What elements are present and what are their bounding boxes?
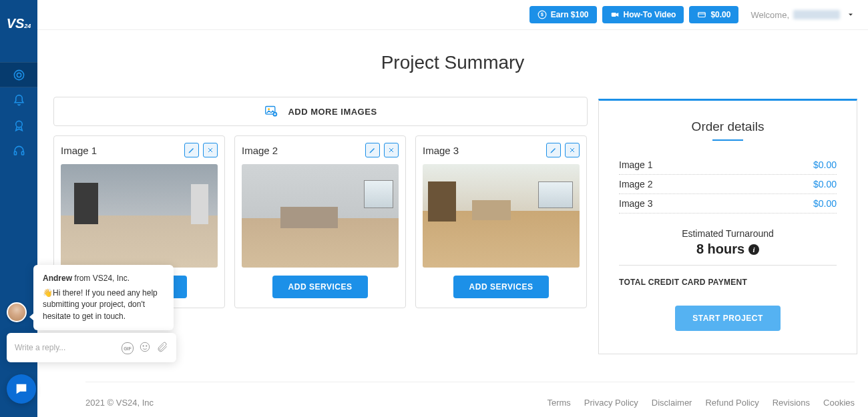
chat-agent-avatar: [7, 302, 27, 322]
nav-badge-icon[interactable]: [0, 113, 37, 138]
edit-button[interactable]: [184, 143, 199, 157]
order-row-label: Image 1: [619, 159, 653, 170]
turnaround: Estimated Turnaround 8 hours i: [619, 228, 837, 266]
earn-label: Earn $100: [551, 10, 589, 19]
chat-launcher-button[interactable]: [7, 374, 36, 404]
dollar-icon: $: [537, 10, 547, 19]
copyright: 2021 © VS24, Inc: [85, 398, 154, 408]
chat-reply-input[interactable]: [15, 343, 122, 352]
image-thumbnail: [242, 164, 399, 268]
svg-point-14: [143, 346, 144, 347]
svg-rect-4: [21, 151, 23, 155]
nav-icons: [0, 62, 37, 163]
nav-target-icon[interactable]: [0, 62, 37, 87]
add-more-images-button[interactable]: ADD MORE IMAGES: [53, 97, 588, 126]
card-icon: [697, 10, 706, 19]
image-thumbnail: [61, 164, 218, 268]
add-services-button[interactable]: ADD SERVICES: [453, 276, 550, 298]
start-project-button[interactable]: START PROJECT: [675, 306, 781, 331]
balance-label: $0.00: [710, 10, 730, 19]
footer-links: Terms Privacy Policy Disclaimer Refund P…: [547, 398, 855, 408]
order-details-panel: Order details Image 1 $0.00 Image 2 $0.0…: [598, 99, 857, 354]
order-row: Image 2 $0.00: [619, 175, 837, 194]
svg-rect-3: [14, 151, 16, 155]
footer: 2021 © VS24, Inc Terms Privacy Policy Di…: [85, 387, 855, 408]
svg-point-15: [146, 346, 148, 347]
footer-link[interactable]: Disclaimer: [652, 398, 692, 408]
page-title: Project Summary: [37, 52, 868, 73]
order-row-label: Image 2: [619, 179, 653, 189]
order-row-price: $0.00: [813, 198, 837, 209]
order-row-price: $0.00: [813, 159, 837, 170]
header-divider: [37, 29, 868, 30]
delete-button[interactable]: [203, 143, 218, 157]
attachment-icon[interactable]: [156, 341, 168, 353]
svg-point-13: [140, 342, 150, 352]
total-label: TOTAL CREDIT CARD PAYMENT: [619, 278, 837, 287]
footer-link[interactable]: Revisions: [773, 398, 810, 408]
footer-link[interactable]: Cookies: [823, 398, 855, 408]
svg-point-0: [14, 70, 23, 79]
image-card: Image 3 ADD SERVICES: [415, 135, 587, 308]
svg-text:$: $: [541, 12, 544, 17]
order-title-underline: [712, 139, 743, 141]
footer-link[interactable]: Refund Policy: [705, 398, 758, 408]
turnaround-value: 8 hours i: [696, 242, 759, 257]
order-row-price: $0.00: [813, 179, 837, 189]
nav-headset-icon[interactable]: [0, 138, 37, 163]
svg-point-2: [15, 121, 22, 127]
earn-button[interactable]: $ Earn $100: [529, 6, 597, 23]
svg-rect-8: [698, 13, 706, 17]
add-services-button[interactable]: ADD SERVICES: [272, 276, 369, 298]
chat-bubble: Andrew from VS24, Inc. 👋Hi there! If you…: [33, 265, 174, 330]
image-plus-icon: [264, 105, 278, 118]
add-more-label: ADD MORE IMAGES: [288, 107, 377, 117]
footer-link[interactable]: Terms: [547, 398, 570, 408]
order-row-label: Image 3: [619, 198, 653, 209]
emoji-icon[interactable]: [139, 341, 151, 353]
video-icon: [610, 10, 620, 19]
image-card: Image 2 ADD SERVICES: [234, 135, 406, 308]
gif-icon[interactable]: GIF: [122, 342, 134, 354]
chevron-down-icon: [847, 11, 855, 19]
footer-divider: [85, 382, 855, 382]
footer-link[interactable]: Privacy Policy: [584, 398, 638, 408]
nav-bell-icon[interactable]: [0, 87, 37, 113]
image-card-title: Image 3: [423, 145, 459, 156]
logo: VS24: [7, 16, 31, 31]
edit-button[interactable]: [365, 143, 380, 157]
turnaround-label: Estimated Turnaround: [619, 228, 837, 239]
delete-button[interactable]: [565, 143, 580, 157]
svg-point-11: [268, 108, 270, 110]
image-card-title: Image 1: [61, 145, 97, 156]
header: $ Earn $100 How-To Video $0.00 Welcome,: [37, 0, 868, 29]
howto-button[interactable]: How-To Video: [602, 6, 684, 23]
edit-button[interactable]: [546, 143, 561, 157]
order-row: Image 1 $0.00: [619, 155, 837, 175]
username-redacted: [793, 10, 840, 19]
svg-rect-7: [611, 13, 616, 17]
welcome-menu[interactable]: Welcome,: [750, 10, 855, 20]
chat-reply-box: GIF: [7, 333, 176, 362]
delete-button[interactable]: [384, 143, 399, 157]
order-row: Image 3 $0.00: [619, 194, 837, 214]
balance-button[interactable]: $0.00: [689, 6, 738, 23]
image-thumbnail: [423, 164, 580, 268]
howto-label: How-To Video: [624, 10, 676, 19]
chat-from: Andrew from VS24, Inc.: [43, 273, 164, 284]
image-card-title: Image 2: [242, 145, 278, 156]
info-icon[interactable]: i: [748, 244, 759, 255]
svg-point-1: [17, 73, 21, 77]
chat-message: 👋Hi there! If you need any help submitti…: [43, 288, 164, 322]
welcome-prefix: Welcome,: [750, 10, 789, 20]
order-title: Order details: [619, 119, 837, 134]
